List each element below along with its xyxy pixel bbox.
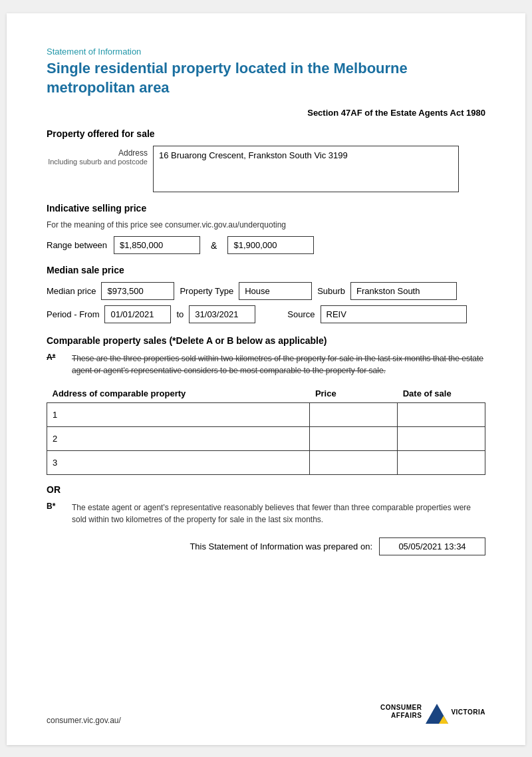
period-to-value: 31/03/2021 (189, 305, 255, 323)
document-title: Single residential property located in t… (47, 59, 485, 97)
median-price-value: $973,500 (101, 282, 174, 300)
logo-triangle-icon (424, 698, 450, 725)
row-date (398, 403, 485, 427)
median-row-2: Period - From 01/01/2021 to 31/03/2021 S… (47, 305, 485, 323)
row-date (398, 427, 485, 451)
price-range-row: Range between $1,850,000 & $1,900,000 (47, 236, 485, 254)
note-a-block: A* These are the three properties sold w… (47, 353, 485, 377)
row-price (310, 427, 398, 451)
price-note: For the meaning of this price see consum… (47, 220, 485, 229)
row-address: 2 (47, 427, 310, 451)
period-from-value: 01/01/2021 (104, 305, 171, 323)
col-address-header: Address of comparable property (47, 384, 310, 403)
table-row: 3 (47, 451, 485, 475)
property-offered-heading: Property offered for sale (47, 128, 485, 139)
price-from-box: $1,850,000 (114, 236, 200, 254)
price-to-box: $1,900,000 (227, 236, 314, 254)
median-price-label: Median price (47, 286, 96, 296)
source-value: REIV (321, 305, 467, 323)
comparable-heading: Comparable property sales (*Delete A or … (47, 335, 485, 346)
median-heading: Median sale price (47, 265, 485, 275)
address-block: Address Including suburb and postcode 16… (47, 146, 485, 192)
logo-block: CONSUMER AFFAIRS VICTORIA (380, 698, 485, 725)
row-price (310, 403, 398, 427)
footer: consumer.vic.gov.au/ CONSUMER AFFAIRS VI… (47, 698, 485, 725)
period-label: Period - From (47, 309, 99, 319)
col-date-header: Date of sale (398, 384, 485, 403)
or-label: OR (47, 484, 485, 495)
suburb-label: Suburb (317, 286, 345, 296)
suburb-value: Frankston South (350, 282, 457, 300)
ampersand: & (207, 240, 221, 251)
indicative-price-heading: Indicative selling price (47, 203, 485, 214)
row-date (398, 451, 485, 475)
median-row-1: Median price $973,500 Property Type Hous… (47, 282, 485, 300)
row-address: 3 (47, 451, 310, 475)
act-reference: Section 47AF of the Estate Agents Act 19… (47, 108, 485, 118)
prepared-label: This Statement of Information was prepar… (190, 541, 372, 551)
note-b-text: The estate agent or agent's representati… (72, 502, 485, 526)
prepared-value: 05/05/2021 13:34 (379, 537, 485, 555)
document-subtitle: Statement of Information (47, 47, 485, 57)
footer-url: consumer.vic.gov.au/ (47, 716, 121, 725)
address-label: Address Including suburb and postcode (47, 146, 153, 166)
comparable-table: Address of comparable property Price Dat… (47, 384, 485, 475)
prepared-row: This Statement of Information was prepar… (47, 537, 485, 555)
property-type-value: House (239, 282, 312, 300)
range-label: Range between (47, 240, 107, 250)
document-page: Statement of Information Single resident… (7, 13, 525, 745)
table-row: 1 (47, 403, 485, 427)
logo-victoria: VICTORIA (451, 708, 485, 716)
note-b-label: B* (47, 502, 66, 526)
note-a-label: A* (47, 353, 66, 377)
row-address: 1 (47, 403, 310, 427)
col-price-header: Price (310, 384, 398, 403)
period-to-label: to (176, 309, 184, 319)
row-price (310, 451, 398, 475)
note-b-block: B* The estate agent or agent's represent… (47, 502, 485, 526)
source-label: Source (287, 309, 315, 319)
logo-affairs: AFFAIRS (380, 712, 422, 720)
property-type-label: Property Type (180, 286, 233, 296)
table-row: 2 (47, 427, 485, 451)
logo-consumer: CONSUMER (380, 704, 422, 712)
address-value: 16 Bruarong Crescent, Frankston South Vi… (153, 146, 459, 192)
note-a-text: These are the three properties sold with… (72, 353, 485, 377)
